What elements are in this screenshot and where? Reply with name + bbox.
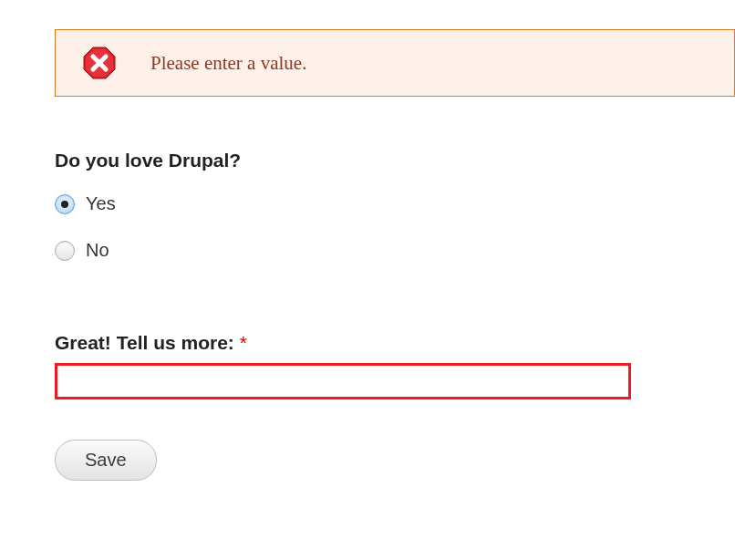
- save-button[interactable]: Save: [55, 440, 157, 481]
- radio-option-yes[interactable]: Yes: [55, 193, 735, 214]
- error-message-text: Please enter a value.: [150, 52, 306, 75]
- error-message-box: Please enter a value.: [55, 29, 735, 97]
- radio-option-no[interactable]: No: [55, 240, 735, 261]
- radio-indicator-no: [55, 241, 75, 261]
- error-icon: [83, 47, 116, 79]
- followup-input[interactable]: [55, 363, 631, 399]
- radio-label-no: No: [86, 240, 109, 261]
- radio-dot: [61, 201, 68, 208]
- required-mark: *: [240, 332, 247, 353]
- followup-label: Great! Tell us more: *: [55, 332, 735, 354]
- radio-label-yes: Yes: [86, 193, 116, 214]
- question-label: Do you love Drupal?: [55, 150, 735, 171]
- radio-indicator-yes: [55, 194, 75, 214]
- followup-label-text: Great! Tell us more:: [55, 332, 240, 353]
